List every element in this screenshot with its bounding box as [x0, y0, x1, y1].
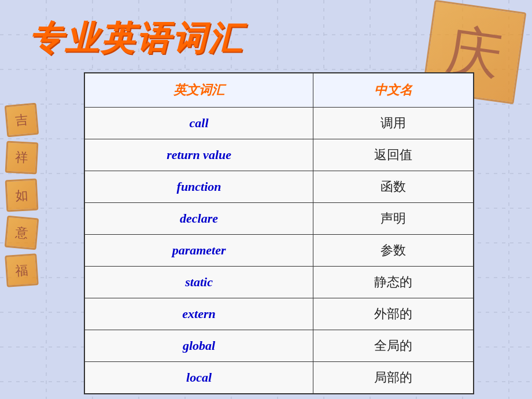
cell-chinese: 函数: [313, 171, 474, 203]
cell-chinese: 全局的: [313, 330, 474, 362]
cell-chinese: 返回值: [313, 139, 474, 171]
cell-english: parameter: [84, 235, 313, 267]
cell-chinese: 调用: [313, 108, 474, 139]
table-row: declare声明: [84, 203, 474, 235]
left-stamps: 吉 祥 如 意 福: [6, 104, 38, 286]
table-row: parameter参数: [84, 235, 474, 267]
table-row: global全局的: [84, 330, 474, 362]
cell-english: extern: [84, 298, 313, 330]
stamp-3: 如: [5, 179, 39, 212]
table-row: return value返回值: [84, 139, 474, 171]
header-english: 英文词汇: [84, 73, 313, 108]
cell-english: call: [84, 108, 313, 139]
cell-english: return value: [84, 139, 313, 171]
stamp-1: 吉: [5, 103, 39, 138]
main-content: 英文词汇 中文名 call调用return value返回值function函数…: [84, 72, 474, 394]
cell-english: function: [84, 171, 313, 203]
cell-chinese: 静态的: [313, 267, 474, 298]
cell-chinese: 外部的: [313, 298, 474, 330]
table-row: extern外部的: [84, 298, 474, 330]
vocab-table: 英文词汇 中文名 call调用return value返回值function函数…: [84, 72, 474, 394]
stamp-2: 祥: [5, 141, 39, 175]
table-row: local局部的: [84, 362, 474, 394]
table-row: function函数: [84, 171, 474, 203]
stamp-5: 福: [5, 253, 39, 287]
header-chinese: 中文名: [313, 73, 474, 108]
cell-chinese: 局部的: [313, 362, 474, 394]
page-title: 专业英语词汇: [29, 16, 244, 61]
cell-chinese: 声明: [313, 203, 474, 235]
cell-english: declare: [84, 203, 313, 235]
cell-english: local: [84, 362, 313, 394]
stamp-4: 意: [5, 216, 39, 250]
table-row: call调用: [84, 108, 474, 139]
cell-english: global: [84, 330, 313, 362]
table-row: static静态的: [84, 267, 474, 298]
cell-english: static: [84, 267, 313, 298]
table-header-row: 英文词汇 中文名: [84, 73, 474, 108]
cell-chinese: 参数: [313, 235, 474, 267]
